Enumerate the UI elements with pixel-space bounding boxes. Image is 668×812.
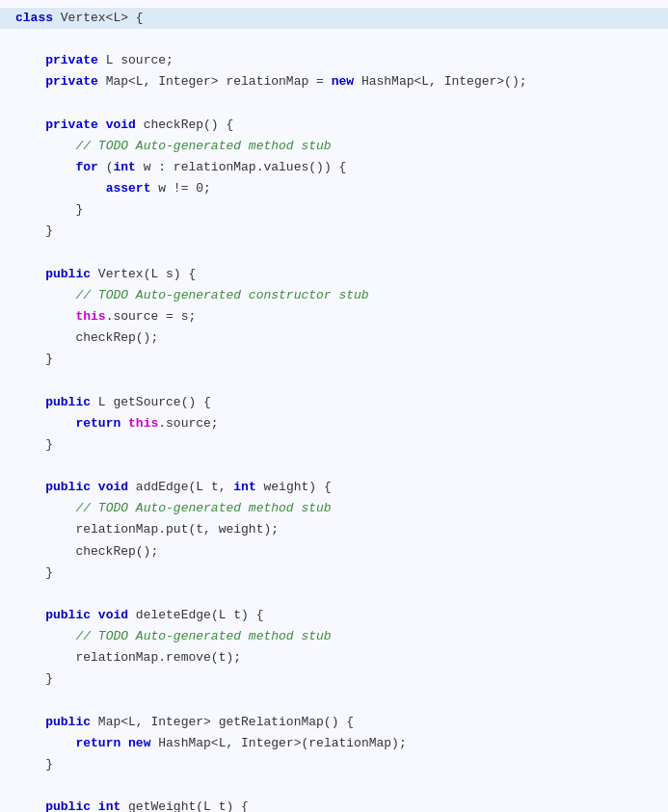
token-plain [15,736,75,750]
token-plain [91,608,98,622]
token-cm: // TODO Auto-generated constructor stub [75,288,368,302]
token-plain: L getSource() { [91,395,211,409]
code-line [0,370,668,391]
code-line: for (int w : relationMap.values()) { [0,157,668,178]
token-kw: public [45,799,91,812]
token-cm: // TODO Auto-generated method stub [75,629,331,643]
token-plain: checkRep(); [15,544,158,559]
code-line: // TODO Auto-generated method stub [0,498,668,519]
code-line: public Map<L, Integer> getRelationMap() … [0,712,668,733]
token-kw: new [332,74,354,89]
token-plain: HashMap<L, Integer>(relationMap); [150,736,406,750]
token-plain [91,799,98,812]
token-kw: public [45,267,91,281]
code-line: this.source = s; [0,306,668,327]
token-plain [91,480,98,494]
code-line: } [0,668,668,690]
code-line: checkRep(); [0,541,668,563]
code-line: public int getWeight(L t) { [0,797,668,812]
token-plain: } [15,223,53,238]
token-plain: .source; [158,416,218,431]
code-line: // TODO Auto-generated method stub [0,626,668,647]
token-kw: return [75,416,120,431]
code-line: private void checkRep() { [0,115,668,136]
token-plain [15,53,45,67]
token-plain: relationMap.remove(t); [15,650,241,665]
token-kw: int [233,480,255,494]
code-line: public L getSource() { [0,392,668,413]
token-plain [15,309,75,324]
token-plain [15,267,45,281]
code-line: return this.source; [0,413,668,434]
token-plain [15,181,106,196]
token-kw: for [75,160,97,174]
token-plain: deleteEdge(L t) { [128,608,263,622]
token-kw: void [98,480,128,494]
code-line [0,775,668,797]
token-kw: void [106,118,136,132]
token-plain: relationMap.put(t, weight); [15,522,279,537]
token-plain [15,480,45,494]
token-plain: weight) { [256,480,332,494]
code-line [0,243,668,264]
code-line [0,93,668,115]
token-plain [15,74,45,89]
code-line: private L source; [0,50,668,71]
token-plain: } [15,671,53,686]
token-plain [15,139,75,153]
token-kw: void [98,608,128,622]
code-line: private Map<L, Integer> relationMap = ne… [0,71,668,92]
token-kw: int [113,160,135,174]
token-kw: public [45,395,91,409]
code-editor: class Vertex<L> { private L source; priv… [0,0,668,812]
token-plain [120,736,128,750]
token-kw: public [45,480,91,494]
code-line: return new HashMap<L, Integer>(relationM… [0,733,668,754]
code-line: } [0,434,668,456]
code-line [0,456,668,477]
token-kw: public [45,608,91,622]
code-line: } [0,221,668,242]
token-kw: private [45,53,98,67]
token-plain: } [15,352,53,366]
token-plain: checkRep(); [15,330,158,345]
token-plain [15,395,45,409]
code-line: } [0,199,668,221]
token-plain: getWeight(L t) { [120,799,249,812]
code-line: public Vertex(L s) { [0,264,668,285]
token-plain [120,416,128,431]
code-line: assert w != 0; [0,178,668,199]
code-line [0,691,668,712]
code-line: relationMap.put(t, weight); [0,519,668,540]
code-line: class Vertex<L> { [0,8,668,29]
code-line: public void addEdge(L t, int weight) { [0,477,668,498]
token-cm: // TODO Auto-generated method stub [75,139,331,153]
token-plain [15,416,75,431]
token-plain [15,715,45,729]
code-line [0,584,668,605]
token-assert-kw: assert [106,181,151,196]
code-line: // TODO Auto-generated constructor stub [0,285,668,306]
token-kw: return [75,736,120,750]
token-plain: w : relationMap.values()) { [136,160,346,174]
code-line: } [0,563,668,584]
code-line: relationMap.remove(t); [0,647,668,668]
token-plain: Vertex<L> { [53,11,144,25]
code-line: checkRep(); [0,327,668,349]
token-kw: public [45,715,91,729]
token-plain: } [15,437,53,452]
token-plain [15,629,75,643]
token-plain: Map<L, Integer> getRelationMap() { [91,715,354,729]
token-plain: L source; [98,53,174,67]
token-plain [15,160,75,174]
token-plain: } [15,757,53,772]
token-plain: Vertex(L s) { [91,267,196,281]
token-plain [15,799,45,812]
token-plain [98,118,106,132]
token-plain: Map<L, Integer> relationMap = [98,74,332,89]
token-plain [15,118,45,132]
token-plain: w != 0; [150,181,210,196]
token-plain: } [15,202,83,217]
token-this-kw: this [128,416,158,431]
code-line [0,29,668,50]
